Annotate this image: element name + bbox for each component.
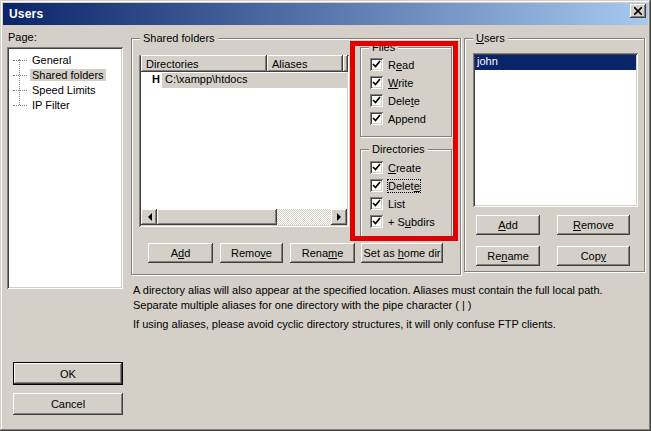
tree-item-speed-limits[interactable]: Speed Limits: [13, 83, 98, 97]
scroll-right-icon: [337, 213, 345, 221]
folder-rename-button[interactable]: Rename: [290, 243, 355, 263]
users-group: Users john Add Remove Rename Copy: [464, 38, 645, 272]
folder-rename-label: Rename: [302, 247, 344, 259]
info-text: A directory alias will also appear at th…: [133, 283, 640, 332]
ok-label: OK: [60, 368, 76, 380]
tree-branch-line: [13, 105, 27, 106]
user-copy-button[interactable]: Copy: [557, 246, 630, 266]
ok-button[interactable]: OK: [13, 362, 123, 385]
shared-folders-group-label: Shared folders: [140, 32, 218, 44]
tree-item-label-selected: Shared folders: [30, 69, 106, 81]
cancel-label: Cancel: [51, 398, 85, 410]
tree-item-label: General: [30, 54, 73, 66]
column-header-label: Directories: [146, 58, 199, 70]
horizontal-scrollbar[interactable]: [141, 209, 347, 225]
close-button[interactable]: [630, 4, 646, 18]
directories-list[interactable]: Directories Aliases H C:\xampp\htdocs: [139, 55, 349, 227]
user-remove-button[interactable]: Remove: [557, 215, 630, 235]
set-as-home-dir-button[interactable]: Set as home dir: [361, 243, 443, 263]
user-add-label: Add: [498, 219, 518, 231]
red-highlight-rectangle: [350, 41, 458, 241]
directory-path: C:\xampp\htdocs: [162, 73, 347, 88]
page-label: Page:: [8, 31, 37, 43]
user-row-selected[interactable]: john: [475, 55, 636, 70]
tree-branch-line: [13, 75, 27, 76]
cyclic-warning-paragraph: If using aliases, please avoid cyclic di…: [133, 317, 640, 332]
tree-branch-line: [13, 90, 27, 91]
set-as-home-dir-label: Set as home dir: [363, 247, 440, 259]
tree-item-ip-filter[interactable]: IP Filter: [13, 98, 72, 112]
column-header-label: Aliases: [272, 58, 307, 70]
column-header-filler: [343, 55, 348, 72]
tree-item-shared-folders[interactable]: Shared folders: [13, 68, 106, 82]
column-header-directories[interactable]: Directories: [141, 55, 267, 72]
titlebar[interactable]: Users: [3, 3, 648, 25]
scroll-right-button[interactable]: [331, 209, 347, 225]
scroll-left-button[interactable]: [141, 209, 157, 225]
tree-branch-line: [13, 60, 27, 61]
users-group-label: Users: [473, 32, 508, 44]
home-dir-flag: H: [150, 73, 162, 88]
tree-item-label: Speed Limits: [30, 84, 98, 96]
user-rename-button[interactable]: Rename: [476, 246, 540, 266]
cancel-button[interactable]: Cancel: [13, 393, 123, 415]
user-rename-label: Rename: [487, 250, 529, 262]
user-remove-label: Remove: [573, 219, 614, 231]
folder-add-label: Add: [171, 247, 191, 259]
scroll-left-icon: [144, 213, 152, 221]
close-icon: [634, 7, 642, 15]
column-header-aliases[interactable]: Aliases: [267, 55, 343, 72]
users-listbox[interactable]: john: [473, 53, 638, 207]
alias-info-paragraph: A directory alias will also appear at th…: [133, 283, 640, 313]
users-dialog: Users Page: General Shared folders Speed…: [0, 0, 651, 431]
page-listbox[interactable]: General Shared folders Speed Limits IP F…: [7, 47, 123, 289]
scrollbar-track[interactable]: [277, 209, 331, 225]
directory-row[interactable]: H C:\xampp\htdocs: [141, 73, 347, 88]
folder-remove-button[interactable]: Remove: [220, 243, 283, 263]
scrollbar-thumb[interactable]: [157, 209, 277, 225]
folder-add-button[interactable]: Add: [148, 243, 213, 263]
user-add-button[interactable]: Add: [476, 215, 540, 235]
tree-item-label: IP Filter: [30, 99, 72, 111]
user-copy-label: Copy: [581, 250, 607, 262]
window-title: Users: [9, 7, 43, 21]
folder-remove-label: Remove: [231, 247, 272, 259]
tree-item-general[interactable]: General: [13, 53, 73, 67]
